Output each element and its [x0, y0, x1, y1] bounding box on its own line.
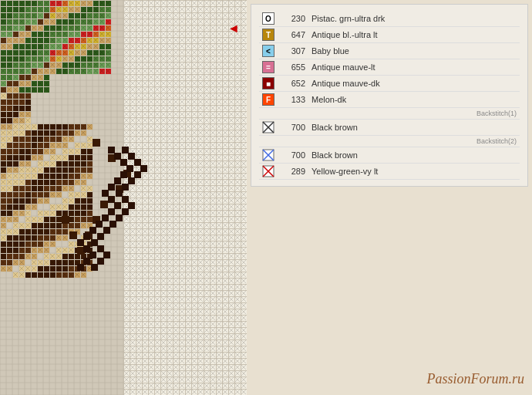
legend-row: T647Antique bl.-ultra lt: [259, 27, 520, 43]
thread-number: 700: [278, 147, 308, 164]
symbol-cell: =: [259, 59, 278, 76]
thread-number: 655: [278, 59, 308, 76]
thread-name: Antique mauve-lt: [308, 59, 520, 76]
thread-name: Pistac. grn-ultra drk: [308, 11, 520, 27]
symbol-cell: [259, 147, 278, 164]
thread-number: 230: [278, 11, 308, 27]
legend-table: O230Pistac. grn-ultra drkT647Antique bl.…: [259, 11, 520, 180]
arrow-indicator: ◄: [227, 22, 240, 35]
symbol-cell: F: [259, 92, 278, 108]
symbol-cell: [259, 120, 278, 136]
thread-number: 307: [278, 43, 308, 59]
symbol-cell: T: [259, 27, 278, 43]
watermark: PassionForum.ru: [426, 371, 524, 387]
legend-row: 700Black brown: [259, 147, 520, 164]
thread-name: Black brown: [308, 120, 520, 136]
backstitch-label-row: Backstitch(1): [259, 108, 520, 120]
symbol-cell: ■: [259, 76, 278, 92]
symbol-cell: <: [259, 43, 278, 59]
thread-name: Antique bl.-ultra lt: [308, 27, 520, 43]
legend-row: O230Pistac. grn-ultra drk: [259, 11, 520, 27]
legend-row: F133Melon-dk: [259, 92, 520, 108]
legend-row: =655Antique mauve-lt: [259, 59, 520, 76]
main-container: ◄ O230Pistac. grn-ultra drkT647Antique b…: [0, 0, 532, 395]
thread-number: 133: [278, 92, 308, 108]
thread-name: Antique mauve-dk: [308, 76, 520, 92]
thread-name: Melon-dk: [308, 92, 520, 108]
thread-name: Black brown: [308, 147, 520, 164]
thread-name: Yellow-green-vy lt: [308, 164, 520, 180]
cross-stitch-canvas: [0, 0, 247, 395]
symbol-cell: O: [259, 11, 278, 27]
right-panel: O230Pistac. grn-ultra drkT647Antique bl.…: [247, 0, 532, 395]
legend-area: O230Pistac. grn-ultra drkT647Antique bl.…: [251, 4, 528, 187]
thread-number: 647: [278, 27, 308, 43]
legend-row: 700Black brown: [259, 120, 520, 136]
thread-number: 289: [278, 164, 308, 180]
thread-number: 700: [278, 120, 308, 136]
legend-row: <307Baby blue: [259, 43, 520, 59]
pattern-area: [0, 0, 247, 395]
thread-name: Baby blue: [308, 43, 520, 59]
backstitch-label-row: Backstitch(2): [259, 136, 520, 147]
legend-row: ■652Antique mauve-dk: [259, 76, 520, 92]
thread-number: 652: [278, 76, 308, 92]
symbol-cell: [259, 164, 278, 180]
legend-row: 289Yellow-green-vy lt: [259, 164, 520, 180]
